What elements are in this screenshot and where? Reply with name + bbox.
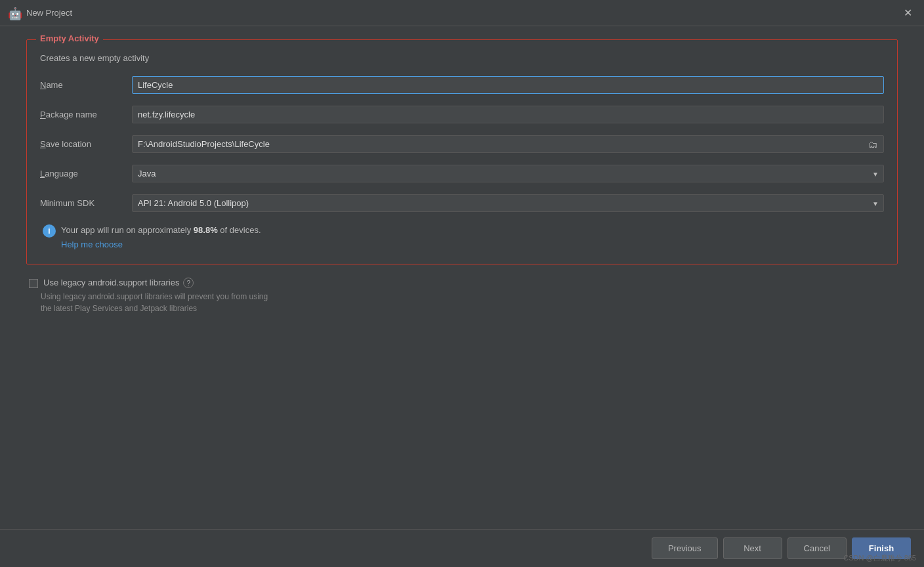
legacy-section: Use legacy android.support libraries ? [26,278,898,288]
titlebar: 🤖 New Project ✕ [0,0,924,26]
name-row: Name [40,76,884,94]
package-input-wrap [132,106,884,123]
save-input-wrap: 🗂 [132,135,884,153]
package-label-text: Package name [40,110,97,119]
package-label: Package name [40,110,132,119]
language-row: Language Java Kotlin ▼ [40,165,884,182]
save-label: Save location [40,139,132,149]
legacy-description-text: Using legacy android.support libraries w… [41,292,268,313]
name-input[interactable] [132,76,884,94]
next-button[interactable]: Next [723,537,782,559]
package-row: Package name [40,106,884,123]
android-icon: 🤖 [8,7,21,20]
empty-activity-section: Empty Activity Creates a new empty activ… [26,39,898,264]
previous-button[interactable]: Previous [652,537,718,559]
sdk-select-wrap: API 21: Android 5.0 (Lollipop) API 22: A… [132,194,884,212]
save-location-row: Save location 🗂 [40,135,884,153]
cancel-button[interactable]: Cancel [788,537,847,559]
new-project-dialog: 🤖 New Project ✕ Empty Activity Creates a… [0,0,924,567]
info-text-before: Your app will run on approximately [61,225,194,235]
sdk-select[interactable]: API 21: Android 5.0 (Lollipop) API 22: A… [132,194,884,212]
save-location-input[interactable] [132,135,884,153]
info-text-after: of devices. [218,225,261,235]
watermark: CSDN @白鹿稚兮 865 [843,553,916,563]
legacy-checkbox-wrap [29,279,38,288]
dialog-title: New Project [26,8,900,18]
sdk-row: Minimum SDK API 21: Android 5.0 (Lollipo… [40,194,884,212]
device-info-row: i Your app will run on approximately 98.… [40,224,884,251]
info-percentage: 98.8% [194,225,218,235]
help-me-choose-link[interactable]: Help me choose [61,238,261,251]
name-label: Name [40,80,132,90]
legacy-description: Using legacy android.support libraries w… [26,291,898,314]
legacy-help-icon[interactable]: ? [183,278,194,288]
package-input[interactable] [132,106,884,123]
name-input-wrap [132,76,884,94]
language-select[interactable]: Java Kotlin [132,165,884,182]
name-label-text: Name [40,80,63,90]
info-text: Your app will run on approximately 98.8%… [61,224,261,251]
sdk-label: Minimum SDK [40,198,132,208]
close-button[interactable]: ✕ [900,5,916,20]
legacy-label: Use legacy android.support libraries [43,278,179,287]
section-description: Creates a new empty activity [40,53,884,63]
save-label-text: Save location [40,139,91,149]
browse-folder-button[interactable]: 🗂 [866,138,880,151]
legacy-checkbox[interactable] [29,279,38,288]
dialog-content: Empty Activity Creates a new empty activ… [0,26,924,529]
language-label-text: Language [40,169,78,178]
info-icon: i [43,224,56,238]
section-title: Empty Activity [36,33,103,43]
language-select-wrap: Java Kotlin ▼ [132,165,884,182]
dialog-footer: Previous Next Cancel Finish [0,529,924,567]
language-label: Language [40,169,132,178]
sdk-label-text: Minimum SDK [40,198,94,208]
